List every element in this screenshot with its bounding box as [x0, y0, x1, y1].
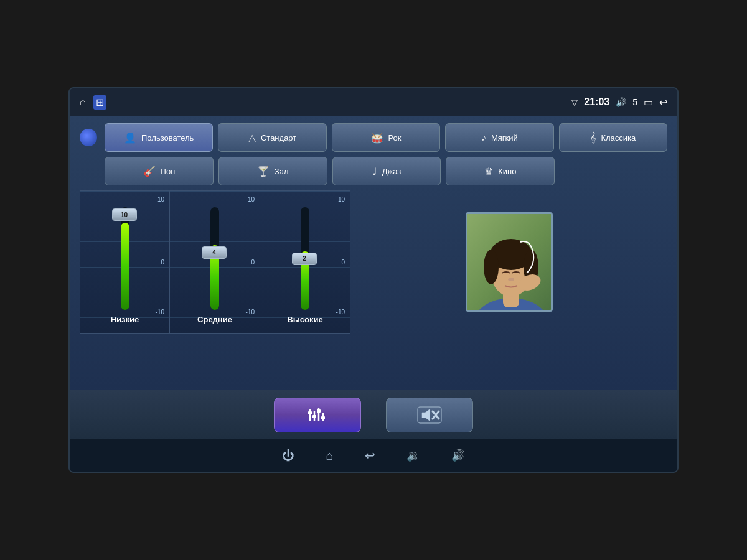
home-icon[interactable]: ⌂: [80, 96, 86, 108]
preset-row-2: 🎸 Поп 🍸 Зал ♩ Джаз ♛ Кино: [80, 157, 667, 185]
user-dot: [80, 129, 97, 146]
main-content: 👤 Пользователь △ Стандарт 🥁 Рок ♪ Мягкий…: [70, 116, 677, 390]
status-bar: ⌂ ⊞ ▽ 21:03 🔊 5 ▭ ↩: [70, 88, 677, 116]
scale-zero-mid: 0: [251, 259, 255, 266]
bass-slider-track[interactable]: 10: [121, 207, 129, 310]
mid-label: Средние: [197, 315, 232, 324]
eq-channel-mid: 10 0 -10 4 Средние: [170, 190, 260, 334]
preset-soft[interactable]: ♪ Мягкий: [445, 123, 553, 152]
scale-zero-treble: 0: [341, 259, 345, 266]
preset-standard[interactable]: △ Стандарт: [218, 123, 326, 152]
wifi-icon: ▽: [571, 98, 578, 107]
mid-slider-track[interactable]: 4: [210, 207, 219, 310]
window-icon: ▭: [644, 96, 653, 108]
preset-cinema[interactable]: ♛ Кино: [446, 157, 555, 185]
volume-level: 5: [632, 97, 637, 107]
mid-handle[interactable]: 4: [202, 246, 227, 259]
svg-rect-17: [321, 416, 325, 419]
scale-bottom-bass: -10: [156, 309, 164, 315]
svg-point-6: [484, 250, 499, 284]
scale-top-bass: 10: [157, 196, 164, 203]
scale-zero-bass: 0: [161, 259, 164, 266]
preset-pop[interactable]: 🎸 Поп: [105, 157, 214, 185]
nav-vol-down-button[interactable]: 🔉: [406, 449, 420, 462]
device-frame: ⌂ ⊞ ▽ 21:03 🔊 5 ▭ ↩ 👤 Пользователь △ Ста…: [68, 87, 679, 473]
scale-bottom-treble: -10: [336, 309, 345, 315]
album-art-image: [466, 212, 553, 312]
eq-channel-treble: 10 0 -10 2 Высокие: [260, 190, 350, 334]
bass-fill: [121, 223, 129, 310]
note-icon: ♪: [481, 132, 486, 143]
status-time: 21:03: [584, 96, 609, 108]
eq-channel-bass: 10 0 -10 10 Низкие: [80, 190, 170, 334]
grid-icon[interactable]: ⊞: [93, 95, 106, 110]
svg-point-8: [508, 278, 514, 281]
bass-label: Низкие: [111, 315, 139, 324]
back-icon[interactable]: ↩: [659, 96, 667, 108]
drum-icon: 🥁: [371, 132, 383, 144]
scale-top-treble: 10: [338, 196, 345, 203]
bottom-toolbar: [70, 390, 677, 439]
power-button[interactable]: ⏻: [282, 449, 294, 463]
triangle-icon: △: [248, 132, 256, 144]
svg-rect-15: [312, 415, 316, 418]
sound-toolbar-button[interactable]: [386, 398, 473, 432]
guitar-icon: 🎸: [143, 166, 156, 177]
volume-icon: 🔊: [616, 97, 626, 107]
preset-jazz[interactable]: ♩ Джаз: [332, 157, 441, 185]
preset-hall[interactable]: 🍸 Зал: [218, 157, 327, 185]
treble-slider-track[interactable]: 2: [301, 207, 309, 310]
svg-rect-14: [308, 411, 312, 414]
eq-toolbar-button[interactable]: [274, 398, 361, 432]
harp-icon: 𝄞: [590, 132, 596, 143]
treble-label: Высокие: [287, 315, 322, 324]
chess-icon: ♛: [484, 166, 493, 177]
album-art-area: [350, 190, 667, 334]
bass-handle[interactable]: 10: [112, 208, 137, 221]
nav-vol-up-button[interactable]: 🔊: [451, 449, 465, 462]
nav-home-button[interactable]: ⌂: [326, 449, 333, 463]
scale-top-mid: 10: [248, 196, 255, 203]
user-icon: 👤: [124, 132, 136, 144]
preset-user[interactable]: 👤 Пользователь: [105, 123, 213, 152]
scale-bottom-mid: -10: [246, 309, 255, 315]
preset-classic[interactable]: 𝄞 Классика: [559, 123, 667, 152]
saxophone-icon: ♩: [372, 166, 377, 177]
nav-bar: ⏻ ⌂ ↩ 🔉 🔊: [70, 439, 677, 472]
preset-rock[interactable]: 🥁 Рок: [332, 123, 440, 152]
treble-handle[interactable]: 2: [292, 253, 317, 265]
cocktail-icon: 🍸: [257, 166, 270, 177]
svg-rect-16: [317, 409, 321, 413]
nav-back-button[interactable]: ↩: [365, 448, 375, 463]
preset-row-1: 👤 Пользователь △ Стандарт 🥁 Рок ♪ Мягкий…: [80, 123, 667, 152]
